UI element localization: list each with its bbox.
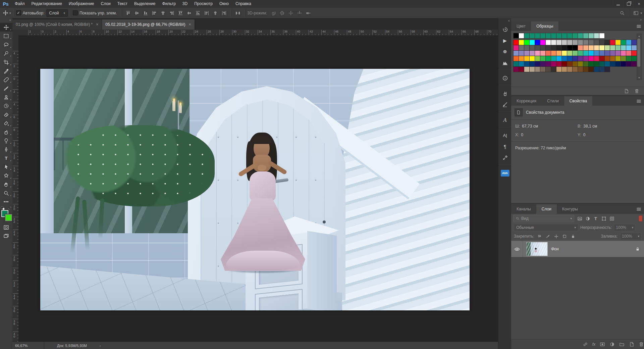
default-colors-icon[interactable] — [1, 207, 5, 210]
color-swatch[interactable] — [524, 67, 529, 72]
align-button-al-hmid[interactable] — [159, 9, 167, 17]
tab-swatches[interactable]: Образцы — [531, 21, 558, 31]
vertical-ruler[interactable]: 42024681 01 21 41 61 82 02 22 42 62 83 0… — [12, 35, 19, 342]
layers-footer-icon-link[interactable] — [583, 342, 588, 347]
layer-thumbnail[interactable] — [526, 242, 548, 256]
swap-colors-icon[interactable] — [8, 206, 11, 210]
color-swatch[interactable] — [583, 67, 588, 72]
status-options-chevron[interactable]: › — [100, 344, 101, 348]
color-swatch[interactable] — [524, 33, 529, 38]
color-swatch[interactable] — [519, 45, 524, 50]
tool-stamp[interactable] — [0, 93, 12, 101]
color-swatch[interactable] — [583, 45, 588, 50]
color-swatch[interactable] — [567, 61, 572, 66]
menu-item-3d[interactable]: 3D — [179, 0, 191, 8]
color-swatch[interactable] — [530, 56, 535, 61]
tool-zoom[interactable] — [0, 189, 12, 197]
menu-item-help[interactable]: Справка — [232, 0, 255, 8]
3d-mode-button-o3d-cam[interactable] — [304, 9, 312, 17]
dock-icon-brush-settings[interactable] — [498, 99, 512, 110]
color-swatch[interactable] — [514, 51, 519, 56]
color-swatch[interactable] — [610, 45, 615, 50]
color-swatch[interactable] — [605, 67, 610, 72]
align-button-db-bottom[interactable] — [194, 9, 202, 17]
color-swatch[interactable] — [540, 56, 545, 61]
color-swatch[interactable] — [540, 67, 545, 72]
color-swatch[interactable] — [551, 61, 556, 66]
color-swatch[interactable] — [621, 45, 626, 50]
color-swatch[interactable] — [551, 56, 556, 61]
workspace-switcher-icon[interactable] — [632, 9, 640, 17]
filter-icon-smartobj[interactable] — [608, 215, 616, 222]
menu-item-filter[interactable]: Фильтр — [159, 0, 179, 8]
current-tool-preset[interactable]: ▾ — [3, 10, 11, 16]
show-controls-checkbox[interactable] — [73, 10, 78, 15]
tool-pen[interactable] — [0, 145, 12, 154]
color-swatch[interactable] — [556, 33, 561, 38]
filter-icon-halfmoon[interactable] — [584, 215, 592, 222]
color-swatch[interactable] — [540, 45, 545, 50]
tab-paths[interactable]: Контуры — [557, 204, 583, 214]
tool-dodge[interactable] — [0, 136, 12, 145]
tool-hand[interactable] — [0, 180, 12, 189]
align-button-db-vmid[interactable] — [185, 9, 193, 17]
scroll-down-icon[interactable]: ▼ — [637, 76, 641, 80]
color-swatch[interactable] — [535, 67, 540, 72]
color-swatch[interactable] — [610, 56, 615, 61]
color-swatch[interactable] — [594, 67, 599, 72]
lock-icon-checker[interactable] — [537, 233, 543, 239]
color-swatch[interactable] — [610, 61, 615, 66]
dock-icon-navigator[interactable]: ☸ — [498, 46, 512, 57]
color-swatch[interactable] — [573, 40, 578, 45]
tool-brush[interactable] — [0, 84, 12, 93]
tool-shape[interactable] — [0, 171, 12, 180]
dock-icon-history[interactable] — [498, 24, 512, 35]
color-swatch[interactable] — [626, 56, 631, 61]
color-swatch[interactable] — [621, 56, 626, 61]
color-swatch[interactable] — [573, 56, 578, 61]
tool-eraser[interactable] — [0, 110, 12, 119]
color-swatch[interactable] — [551, 45, 556, 50]
color-swatch[interactable] — [599, 40, 604, 45]
color-swatch[interactable] — [567, 56, 572, 61]
color-swatch[interactable] — [556, 51, 561, 56]
background-color-swatch[interactable] — [5, 214, 12, 221]
color-swatch[interactable] — [540, 51, 545, 56]
color-swatch[interactable] — [589, 67, 594, 72]
blend-mode-dropdown[interactable]: Обычные ▾ — [514, 224, 578, 231]
dock-icon-ava[interactable]: AVA — [498, 167, 512, 179]
3d-mode-button-o3d-pan[interactable] — [287, 9, 295, 17]
color-swatch[interactable] — [578, 33, 583, 38]
dock-icon-paragraph[interactable]: ¶ — [498, 141, 512, 152]
filter-icon-type-t[interactable]: T — [592, 215, 600, 222]
color-swatch[interactable] — [589, 61, 594, 66]
color-swatch[interactable] — [583, 33, 588, 38]
color-swatch[interactable] — [567, 40, 572, 45]
dock-icon-character[interactable]: A| — [498, 130, 512, 141]
color-swatch[interactable] — [562, 67, 567, 72]
new-swatch-icon[interactable] — [624, 89, 629, 94]
color-swatch[interactable] — [530, 33, 535, 38]
dock-icon-info[interactable] — [498, 72, 512, 84]
color-swatch[interactable] — [626, 45, 631, 50]
color-swatch[interactable] — [540, 61, 545, 66]
color-swatch[interactable] — [562, 40, 567, 45]
color-swatch[interactable] — [589, 40, 594, 45]
color-swatch[interactable] — [589, 51, 594, 56]
tool-healing[interactable] — [0, 75, 12, 84]
layers-footer-icon-fx[interactable]: fx — [592, 342, 595, 347]
color-swatch[interactable] — [535, 51, 540, 56]
color-swatch[interactable] — [594, 33, 599, 38]
tool-eyedropper[interactable] — [0, 66, 12, 75]
close-button[interactable]: × — [634, 0, 644, 8]
color-swatch[interactable] — [514, 67, 519, 72]
lock-icon-move-s[interactable] — [553, 233, 559, 239]
dock-icon-tool-presets[interactable] — [498, 152, 512, 163]
color-swatch[interactable] — [519, 56, 524, 61]
tab-styles[interactable]: Стили — [542, 96, 564, 106]
color-swatch[interactable] — [519, 51, 524, 56]
color-swatch[interactable] — [546, 40, 551, 45]
color-swatch[interactable] — [610, 40, 615, 45]
color-swatch[interactable] — [621, 61, 626, 66]
toolbar-collapse-button[interactable]: » — [0, 18, 12, 23]
